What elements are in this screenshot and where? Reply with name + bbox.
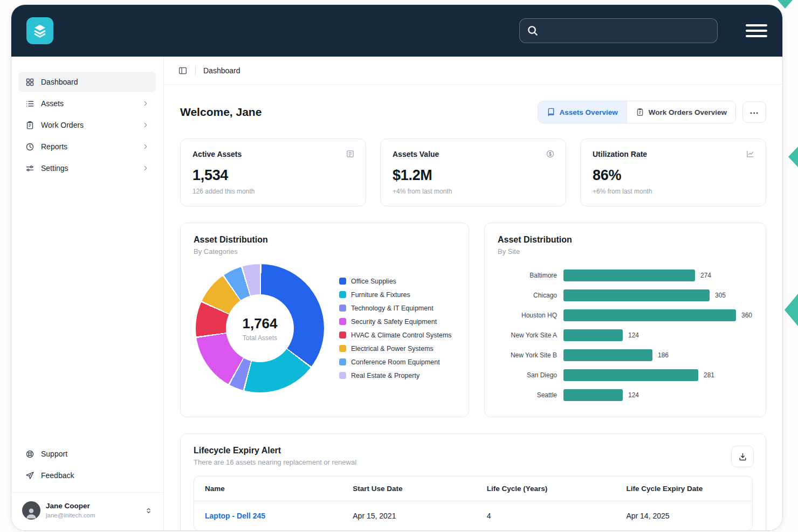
legend-label: Furniture & Fixtures [351,291,410,299]
overview-tabs: Assets Overview Work Orders Overview [538,101,736,123]
decorative-teal-arrow-lower [785,294,798,326]
asset-name-link[interactable]: Laptop - Dell 245 [194,501,342,530]
sidebar-item-support[interactable]: Support [19,444,156,464]
bar-row-baltimore: Baltimore274 [498,265,753,285]
legend-item-electrical-power-systems: Electrical & Power Systems [339,345,452,353]
bar-value-label: 305 [715,292,726,299]
tab-assets-overview[interactable]: Assets Overview [538,101,627,123]
stat-title: Assets Value [393,150,554,158]
asset-distribution-categories-card: Asset Distribution By Categories 1,764 T… [180,223,469,417]
legend-label: Conference Room Equipment [351,358,440,366]
search-icon [526,24,539,37]
legend-swatch [339,305,346,312]
table-cell: Apr 14, 2025 [615,501,752,530]
bar-row-new-york-site-a: New York Site A124 [498,325,753,345]
bar [563,309,736,321]
sidebar-item-label: Settings [41,164,68,172]
more-options-button[interactable]: ... [742,101,766,123]
hamburger-menu-button[interactable] [746,22,767,40]
user-name: Jane Cooper [46,502,95,510]
user-email: jane@initech.com [46,512,95,520]
bar-category-label: New York Site A [498,331,563,339]
user-account-card[interactable]: Jane Cooper jane@initech.com [11,493,163,530]
sidebar-item-reports[interactable]: Reports [19,136,156,157]
bar-chart: Baltimore274Chicago305Houston HQ360New Y… [498,265,753,405]
card-title: Lifecycle Expiry Alert [194,446,753,455]
legend-item-office-supplies: Office Supplies [339,278,452,285]
bar-category-label: Baltimore [498,272,563,279]
legend-swatch [339,372,346,379]
sidebar-item-label: Feedback [41,471,74,480]
app-logo[interactable] [26,17,53,44]
sidebar-item-feedback[interactable]: Feedback [19,465,156,486]
legend-item-technology-it-equipment: Technology & IT Equipment [339,305,452,312]
bar [563,389,623,401]
sidebar-item-label: Work Orders [41,121,84,129]
sidebar: DashboardAssetsWork OrdersReportsSetting… [11,57,164,530]
donut-legend: Office SuppliesFurniture & FixturesTechn… [339,278,452,379]
sidebar-item-settings[interactable]: Settings [19,158,156,178]
sidebar-toggle-button[interactable] [178,66,188,75]
table-row: Laptop - Dell 245Apr 15, 20214Apr 14, 20… [194,501,752,530]
legend-swatch [339,345,346,352]
grid-icon [25,78,35,87]
sidebar-item-label: Reports [41,142,67,151]
bar-row-chicago: Chicago305 [498,285,753,305]
sidebar-item-dashboard[interactable]: Dashboard [19,72,156,92]
breadcrumb: Dashboard [164,57,782,85]
bar-value-label: 281 [704,371,714,379]
dashboard-content: Welcome, Jane Assets Overview [164,85,782,530]
bar-row-seattle: Seattle124 [498,385,753,405]
stat-title: Utilization Rate [593,150,754,158]
card-title: Asset Distribution [194,235,456,245]
bar-category-label: Seattle [498,391,563,399]
sidebar-item-assets[interactable]: Assets [19,93,156,114]
bar [563,289,710,301]
tab-label: Work Orders Overview [649,108,727,116]
download-button[interactable] [731,446,754,467]
tab-work-orders-overview[interactable]: Work Orders Overview [627,101,735,123]
chevron-right-icon [142,143,149,150]
clock-icon [25,142,35,151]
main-area: Dashboard Welcome, Jane [164,57,782,530]
search-input[interactable] [519,18,718,43]
table-header-start-use-date: Start Use Date [342,476,476,501]
dollar-icon [546,149,555,158]
legend-label: Real Estate & Property [351,372,419,379]
sliders-icon [25,164,35,173]
stat-subtext: +6% from last month [593,188,754,195]
book-icon [547,108,555,116]
stat-card-utilization-rate: Utilization Rate86%+6% from last month [580,139,766,206]
asset-distribution-site-card: Asset Distribution By Site Baltimore274C… [484,223,766,417]
table-header-row: NameStart Use DateLife Cycle (Years)Life… [194,476,752,501]
card-title: Asset Distribution [498,235,753,245]
table-header-name: Name [194,476,342,501]
breadcrumb-current: Dashboard [203,66,240,75]
bar [563,369,698,381]
legend-label: Technology & IT Equipment [351,305,434,312]
app-window: DashboardAssetsWork OrdersReportsSetting… [11,4,783,531]
stat-subtext: +4% from last month [393,188,554,195]
bar-value-label: 274 [700,272,711,279]
sidebar-item-label: Dashboard [41,78,78,86]
legend-item-real-estate-property: Real Estate & Property [339,372,452,379]
chevron-right-icon [142,164,149,172]
stat-title: Active Assets [192,150,354,158]
donut-chart: 1,764 Total Assets [196,264,324,392]
clipboard-icon [636,108,644,116]
bar [563,349,652,361]
sidebar-item-work-orders[interactable]: Work Orders [19,115,156,135]
lifebuoy-icon [25,450,35,459]
avatar [22,501,40,520]
decorative-teal-arrow-upper [788,147,798,167]
sidebar-nav: DashboardAssetsWork OrdersReportsSetting… [11,71,163,179]
legend-swatch [339,291,346,298]
stat-card-active-assets: Active Assets1,534126 added this month [180,139,366,206]
trend-icon [746,149,755,158]
bar [563,270,695,281]
sidebar-footer: SupportFeedback Jane Cooper jane@initech… [11,443,163,530]
stat-subtext: 126 added this month [192,188,354,195]
chevron-right-icon [142,100,149,107]
table-cell: Apr 15, 2021 [342,501,476,530]
card-subtitle: By Site [498,247,753,255]
